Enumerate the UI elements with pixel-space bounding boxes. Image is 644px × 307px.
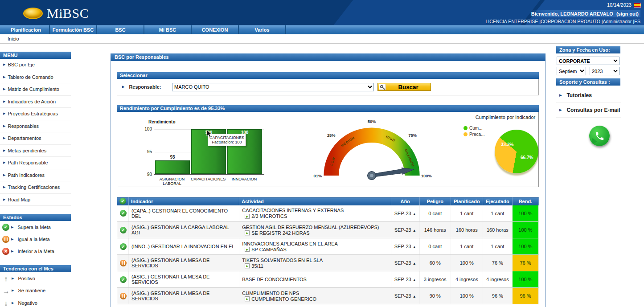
mouse-cursor-icon — [206, 130, 212, 138]
col-header[interactable]: Peligro — [419, 197, 451, 205]
bullet-triangle-icon: ▶ — [3, 100, 5, 103]
language-flag-icon[interactable] — [634, 3, 641, 8]
sidebar-item[interactable]: ▶Indicadores de Acción — [0, 96, 71, 108]
nav-item-planificacion[interactable]: Planificacion — [3, 25, 50, 34]
support-link[interactable]: ▶Tutoriales — [556, 88, 621, 103]
sidebar-item[interactable]: ▶Proyectos Estratégicas — [0, 108, 71, 120]
bullet-triangle-icon: ▶ — [3, 63, 5, 66]
bullet-triangle-icon: ▶ — [11, 225, 13, 229]
estado-legend-item: ✓▶Supera la Meta — [0, 221, 71, 233]
year-select[interactable]: 2023 — [590, 67, 619, 75]
sidebar-item[interactable]: ▶Tracking Certificaciones — [0, 181, 71, 194]
sidebar-item-label: Tracking Certificaciones — [8, 184, 60, 190]
col-header[interactable]: Año — [391, 197, 419, 205]
nav-item-mi-bsc[interactable]: Mi BSC — [144, 25, 192, 34]
pie-chart-title: Cumplimiento por Indicador — [463, 115, 548, 120]
logo-ellipse-icon — [23, 8, 43, 19]
planificado-cell: 100 % — [451, 288, 483, 304]
bar[interactable]: 93 — [155, 160, 190, 174]
sidebar-item-label: Metas pendientes — [8, 148, 46, 153]
zona-header: Zona y Fecha en Uso: — [556, 46, 620, 53]
col-header[interactable]: Indicador — [129, 197, 239, 205]
col-header[interactable]: Rend. — [512, 197, 538, 205]
buscar-button[interactable]: Buscar — [377, 83, 431, 91]
actividad-text: CUMPLIMIENTO DE NPS — [242, 291, 388, 296]
current-date: 10/14/2023 — [607, 2, 632, 8]
tendencia-legend-item: ↓▶Negativo — [0, 297, 71, 307]
arrow-right-icon: → — [2, 287, 10, 295]
anio-cell: SEP-23▲ — [391, 222, 419, 238]
sidebar-item[interactable]: ▶Matriz de Cumplimiento — [0, 83, 71, 96]
chart-tooltip: CAPACITACIONES Facturacion: 100 — [208, 134, 246, 146]
anio-cell: SEP-23▲ — [391, 255, 419, 271]
sign-out-link[interactable]: (sign out) — [616, 11, 639, 16]
sidebar-item[interactable]: ▶BSC por Eje — [0, 59, 71, 71]
sidebar-item[interactable]: ▶Path Indicadores — [0, 169, 71, 182]
indicador-text: (ASIG..) GESTIONAR LA CARGA LABORAL AGI — [131, 225, 229, 235]
indicators-table: ✓IndicadorActividadAñoPeligroPlanificado… — [117, 197, 539, 304]
nav-item-conexion[interactable]: CONEXION — [192, 25, 239, 34]
detail-icon: ▶ — [245, 230, 250, 235]
month-select[interactable]: Septiem — [557, 67, 586, 75]
breadcrumb[interactable]: Inicio — [8, 35, 19, 43]
col-header[interactable]: Actividad — [239, 197, 391, 205]
pie-chart[interactable]: 66.7% 33.3% — [495, 130, 538, 173]
sidebar-item[interactable]: ▶Path Responsable — [0, 157, 71, 169]
zona-select[interactable]: CORPORATE — [557, 57, 619, 65]
table-row: ✓(ASIG..) GESTIONAR LA CARGA LABORAL AGI… — [117, 222, 539, 238]
cross-circle-icon: × — [2, 248, 9, 255]
phone-icon — [595, 131, 605, 141]
table-row: ✓(ASIG..) GESTIONAR LA MESA DE SERVICIOS… — [117, 271, 539, 288]
trend-up-icon: ▲ — [413, 212, 416, 216]
subactivity-link[interactable]: CUMPLIMIENTO GENERICO — [251, 296, 316, 302]
top-header: MiBSC 10/14/2023 Bienvenido, LEONARDO AR… — [0, 0, 644, 25]
subactivity-link[interactable]: SP CAMPAÑAS — [251, 247, 286, 252]
panel-title: BSC por Responsables — [111, 53, 546, 61]
support-links: ▶Tutoriales▶Consultas por E-mail — [556, 88, 621, 118]
trend-up-icon: ▲ — [413, 278, 416, 282]
bar-value-label: 93 — [156, 155, 189, 160]
nav-item-formulaci-n-bsc[interactable]: Formulación BSC — [50, 25, 97, 34]
responsable-select[interactable]: MARCO QUITO — [172, 83, 374, 91]
gauge-tick: 100% — [421, 174, 432, 178]
actividad-cell: INNOVACIONES APLICADAS EN EL AREA▶SP CAM… — [239, 238, 391, 255]
menu-items: ▶BSC por Eje▶Tablero de Comando▶Matriz d… — [0, 59, 71, 206]
sidebar-item[interactable]: ▶Tablero de Comando — [0, 71, 71, 84]
indicador-cell: (INNO..) GESTIONAR LA INNOVACION EN EL — [129, 238, 239, 255]
col-header[interactable]: Planificado — [451, 197, 483, 205]
subactivity-link[interactable]: SE REGISTR 242 HORAS — [251, 230, 309, 236]
status-ok-icon: ✓ — [120, 243, 127, 250]
app-logo[interactable]: MiBSC — [23, 6, 89, 21]
peligro-cell: 3 ingresos — [419, 271, 451, 288]
peligro-cell: 60 % — [419, 255, 451, 271]
indicador-cell: (ASIG..) GESTIONAR LA CARGA LABORAL AGI — [129, 222, 239, 238]
sidebar-item[interactable]: ▶Responsables — [0, 120, 71, 133]
bullet-triangle-icon: ▶ — [12, 289, 14, 292]
table-row: (ASIG..) GESTIONAR LA MESA DE SERVICIOSC… — [117, 288, 539, 304]
status-ok-icon: ✓ — [120, 210, 127, 217]
tendencia-label: Positivo — [18, 276, 35, 281]
legend-dot-icon — [464, 126, 468, 130]
sidebar-item[interactable]: ▶Metas pendientes — [0, 145, 71, 157]
status-warning-icon — [120, 293, 127, 299]
subactivity-link[interactable]: 35/11 — [251, 263, 263, 269]
bullet-triangle-icon: ▶ — [12, 301, 14, 305]
nav-item-varios[interactable]: Varios — [239, 25, 286, 34]
indicador-text: (ASIG..) GESTIONAR LA MESA DE SERVICIOS — [131, 258, 209, 268]
bar-chart-categories: ASIGNACION LABORALCAPACITACIONESINNOVACI… — [154, 177, 264, 186]
bar-chart-title: Rendimiento — [148, 119, 176, 124]
bullet-triangle-icon: ▶ — [3, 161, 5, 164]
subactivity-link[interactable]: 2/3 MICROTICS — [251, 213, 287, 219]
support-link[interactable]: ▶Consultas por E-mail — [556, 103, 621, 118]
tendencia-legend-item: →▶Se mantiene — [0, 285, 71, 297]
whatsapp-button[interactable] — [589, 126, 610, 146]
pause-circle-icon — [2, 236, 9, 243]
sidebar-item[interactable]: ▶Departamentos — [0, 132, 71, 145]
bar-category-label: ASIGNACION LABORAL — [155, 177, 189, 186]
nav-item-bsc[interactable]: BSC — [97, 25, 144, 34]
gauge-tick: 50% — [368, 119, 376, 124]
estado-label: Igual a la Meta — [17, 237, 49, 242]
sidebar-item[interactable]: ▶Road Map — [0, 194, 71, 206]
sidebar-item-label: Road Map — [8, 197, 30, 202]
col-header[interactable]: Ejecutado — [483, 197, 512, 205]
